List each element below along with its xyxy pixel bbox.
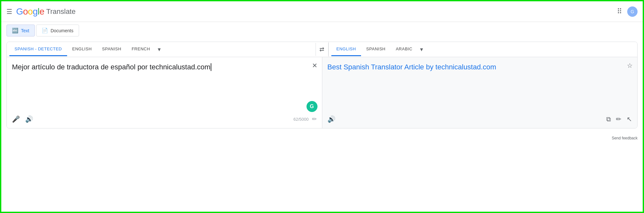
source-lang-more-icon[interactable]: ▾ — [155, 42, 163, 57]
source-text-content: Mejor artículo de traductora de español … — [12, 63, 210, 71]
text-cursor — [211, 63, 211, 71]
clear-button[interactable]: ✕ — [312, 62, 317, 69]
logo-g2: g — [33, 6, 37, 16]
apps-grid-icon[interactable]: ⠿ — [617, 7, 622, 16]
target-pencil-icon[interactable]: ✏ — [616, 115, 621, 123]
target-panel: Best Spanish Translator Article by techn… — [322, 57, 638, 128]
tab-text[interactable]: 🔤 Text — [6, 25, 35, 36]
tab-documents-label: Documents — [51, 28, 74, 33]
hamburger-icon[interactable]: ☰ — [6, 8, 12, 15]
source-pencil-icon[interactable]: ✏ — [312, 116, 317, 123]
target-footer-right: ⧉ ✏ ↗ — [606, 115, 632, 123]
star-icon[interactable]: ☆ — [627, 62, 633, 69]
source-panel[interactable]: Mejor artículo de traductora de español … — [7, 57, 322, 128]
source-footer-icons: 🎤 🔊 — [12, 115, 33, 123]
translation-panels: Mejor artículo de traductora de español … — [7, 57, 637, 128]
source-footer-right: 62/5000 ✏ — [294, 116, 317, 123]
logo-area: Google Translate — [16, 6, 75, 17]
logo-o1: o — [23, 6, 28, 16]
source-lang-spanish[interactable]: SPANISH — [97, 43, 126, 56]
send-feedback-link[interactable]: Send feedback — [612, 136, 638, 140]
target-footer-left: 🔊 — [327, 115, 336, 123]
source-lang-english[interactable]: ENGLISH — [67, 43, 97, 56]
translate-container: SPANISH - DETECTED ENGLISH SPANISH FRENC… — [6, 42, 638, 128]
app-header: ☰ Google Translate ⠿ G — [1, 1, 643, 22]
source-lang-detected[interactable]: SPANISH - DETECTED — [9, 43, 67, 56]
target-text: Best Spanish Translator Article by techn… — [327, 62, 632, 113]
tab-text-label: Text — [21, 28, 29, 33]
target-lang-more-icon[interactable]: ▾ — [418, 42, 426, 57]
share-icon[interactable]: ↗ — [627, 115, 632, 123]
copy-icon[interactable]: ⧉ — [606, 116, 611, 123]
target-panel-footer: 🔊 ⧉ ✏ ↗ — [327, 113, 632, 123]
logo-o2: o — [28, 6, 33, 16]
source-lang-french[interactable]: FRENCH — [126, 43, 155, 56]
tab-bar: 🔤 Text 📄 Documents — [1, 22, 643, 36]
source-panel-footer: 🎤 🔊 62/5000 ✏ — [12, 113, 317, 123]
source-speaker-icon[interactable]: 🔊 — [25, 115, 33, 123]
char-count: 62/5000 — [294, 117, 309, 122]
source-lang-bar: SPANISH - DETECTED ENGLISH SPANISH FRENC… — [7, 42, 316, 57]
target-text-content: Best Spanish Translator Article by techn… — [327, 63, 496, 71]
feedback-bar: Send feedback — [1, 134, 643, 143]
avatar[interactable]: G — [627, 6, 638, 17]
language-bar: SPANISH - DETECTED ENGLISH SPANISH FRENC… — [7, 42, 637, 57]
text-translate-icon: 🔤 — [12, 27, 18, 34]
documents-icon: 📄 — [42, 27, 48, 34]
logo-g: G — [16, 6, 23, 16]
header-right: ⠿ G — [617, 6, 638, 17]
target-lang-english[interactable]: ENGLISH — [331, 43, 361, 56]
tab-documents[interactable]: 📄 Documents — [36, 25, 79, 36]
target-lang-spanish[interactable]: SPANISH — [361, 43, 391, 56]
header-left: ☰ Google Translate — [6, 6, 75, 17]
target-speaker-icon[interactable]: 🔊 — [327, 115, 336, 123]
swap-languages-button[interactable]: ⇄ — [316, 43, 328, 56]
google-logo: Google — [16, 6, 44, 17]
logo-e: e — [39, 6, 44, 16]
target-lang-bar: ENGLISH SPANISH ARABIC ▾ — [328, 42, 638, 57]
source-text[interactable]: Mejor artículo de traductora de español … — [12, 62, 317, 113]
microphone-icon[interactable]: 🎤 — [12, 115, 20, 123]
target-lang-arabic[interactable]: ARABIC — [391, 43, 418, 56]
grammarly-button[interactable]: G — [307, 101, 317, 112]
translate-logo-text: Translate — [46, 7, 75, 16]
